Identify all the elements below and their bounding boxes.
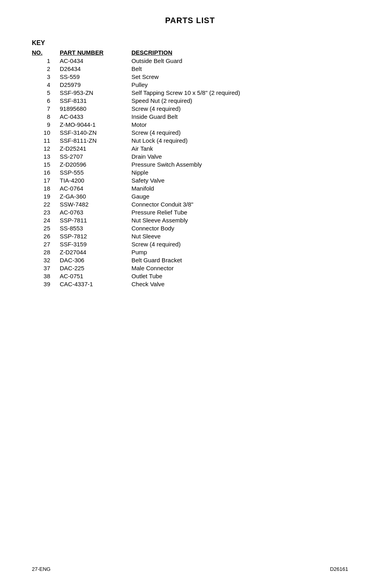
table-row: 18AC-0764Manifold — [32, 184, 348, 192]
part-no: 10 — [32, 128, 60, 136]
part-description: Air Tank — [131, 144, 348, 152]
part-number: SSP-7812 — [60, 232, 131, 240]
part-number: Z-D25241 — [60, 144, 131, 152]
part-number: CAC-4337-1 — [60, 280, 131, 288]
part-no: 38 — [32, 272, 60, 280]
part-number: Z-D27044 — [60, 248, 131, 256]
footer: 27-ENG D26161 — [32, 566, 348, 572]
table-row: 25SS-8553Connector Body — [32, 224, 348, 232]
table-row: 9Z-MO-9044-1Motor — [32, 120, 348, 128]
part-description: Belt Guard Bracket — [131, 256, 348, 264]
table-row: 23AC-0763Pressure Relief Tube — [32, 208, 348, 216]
part-no: 8 — [32, 112, 60, 120]
part-number: DAC-225 — [60, 264, 131, 272]
part-description: Drain Valve — [131, 152, 348, 160]
table-row: 4D25979Pulley — [32, 81, 348, 88]
table-row: 28Z-D27044Pump — [32, 248, 348, 256]
table-row: 3SS-559Set Screw — [32, 73, 348, 81]
part-number: AC-0433 — [60, 112, 131, 120]
part-description: Pulley — [131, 81, 348, 88]
part-number: SSF-8131 — [60, 96, 131, 104]
part-description: Belt — [131, 65, 348, 73]
col-header-desc: DESCRIPTION — [131, 48, 348, 57]
part-description: Screw (4 required) — [131, 240, 348, 248]
part-no: 27 — [32, 240, 60, 248]
part-no: 5 — [32, 88, 60, 96]
table-row: 2D26434Belt — [32, 65, 348, 73]
part-no: 28 — [32, 248, 60, 256]
part-no: 6 — [32, 96, 60, 104]
part-no: 12 — [32, 144, 60, 152]
parts-table: NO. PART NUMBER DESCRIPTION 1AC-0434Outs… — [32, 48, 348, 288]
table-row: 19Z-GA-360Gauge — [32, 192, 348, 200]
part-number: SSF-953-ZN — [60, 88, 131, 96]
table-row: 24SSP-7811Nut Sleeve Assembly — [32, 216, 348, 224]
table-row: 37DAC-225Male Connector — [32, 264, 348, 272]
table-row: 15Z-D20596Pressure Switch Assembly — [32, 160, 348, 168]
part-description: Safety Valve — [131, 176, 348, 184]
part-description: Pressure Relief Tube — [131, 208, 348, 216]
part-no: 13 — [32, 152, 60, 160]
part-description: Inside Guard Belt — [131, 112, 348, 120]
part-number: Z-D20596 — [60, 160, 131, 168]
table-row: 11SSF-8111-ZNNut Lock (4 required) — [32, 136, 348, 144]
col-header-no: NO. — [32, 48, 60, 57]
table-row: 26SSP-7812Nut Sleeve — [32, 232, 348, 240]
part-no: 24 — [32, 216, 60, 224]
part-number: AC-0763 — [60, 208, 131, 216]
table-row: 22SSW-7482Connector Conduit 3/8" — [32, 200, 348, 208]
part-number: AC-0751 — [60, 272, 131, 280]
table-row: 6SSF-8131Speed Nut (2 required) — [32, 96, 348, 104]
footer-right: D26161 — [330, 566, 348, 572]
table-row: 5SSF-953-ZNSelf Tapping Screw 10 x 5/8" … — [32, 88, 348, 96]
table-row: 32DAC-306Belt Guard Bracket — [32, 256, 348, 264]
part-description: Connector Conduit 3/8" — [131, 200, 348, 208]
part-no: 39 — [32, 280, 60, 288]
part-no: 22 — [32, 200, 60, 208]
part-number: 91895680 — [60, 104, 131, 112]
part-no: 7 — [32, 104, 60, 112]
part-number: SSW-7482 — [60, 200, 131, 208]
table-row: 791895680Screw (4 required) — [32, 104, 348, 112]
part-description: Screw (4 required) — [131, 104, 348, 112]
part-no: 11 — [32, 136, 60, 144]
table-row: 10SSF-3140-ZNScrew (4 required) — [32, 128, 348, 136]
table-row: 13SS-2707Drain Valve — [32, 152, 348, 160]
part-number: SSP-7811 — [60, 216, 131, 224]
part-no: 32 — [32, 256, 60, 264]
table-row: 17TIA-4200Safety Valve — [32, 176, 348, 184]
part-no: 26 — [32, 232, 60, 240]
part-description: Gauge — [131, 192, 348, 200]
part-number: Z-GA-360 — [60, 192, 131, 200]
part-description: Male Connector — [131, 264, 348, 272]
table-row: 8AC-0433Inside Guard Belt — [32, 112, 348, 120]
part-no: 23 — [32, 208, 60, 216]
part-number: AC-0434 — [60, 57, 131, 65]
part-no: 19 — [32, 192, 60, 200]
part-number: TIA-4200 — [60, 176, 131, 184]
part-description: Pump — [131, 248, 348, 256]
footer-left: 27-ENG — [32, 566, 51, 572]
part-description: Nipple — [131, 168, 348, 176]
part-number: SSF-8111-ZN — [60, 136, 131, 144]
part-no: 3 — [32, 73, 60, 81]
col-header-part: PART NUMBER — [60, 48, 131, 57]
table-row: 12Z-D25241Air Tank — [32, 144, 348, 152]
part-no: 2 — [32, 65, 60, 73]
part-no: 9 — [32, 120, 60, 128]
key-label: KEY — [32, 39, 348, 47]
part-description: Set Screw — [131, 73, 348, 81]
part-number: SSF-3159 — [60, 240, 131, 248]
part-description: Screw (4 required) — [131, 128, 348, 136]
part-no: 4 — [32, 81, 60, 88]
part-number: DAC-306 — [60, 256, 131, 264]
part-description: Motor — [131, 120, 348, 128]
table-row: 38AC-0751Outlet Tube — [32, 272, 348, 280]
part-no: 1 — [32, 57, 60, 65]
part-number: AC-0764 — [60, 184, 131, 192]
part-number: SS-559 — [60, 73, 131, 81]
part-no: 37 — [32, 264, 60, 272]
part-description: Connector Body — [131, 224, 348, 232]
part-description: Self Tapping Screw 10 x 5/8" (2 required… — [131, 88, 348, 96]
part-description: Nut Lock (4 required) — [131, 136, 348, 144]
